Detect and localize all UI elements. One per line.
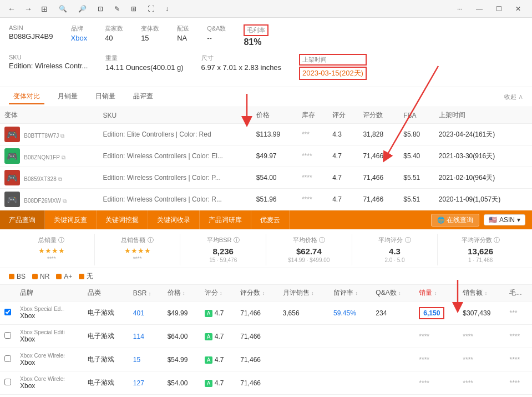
row-price: $64.00 bbox=[163, 325, 200, 348]
tab-daily-sales[interactable]: 日销量 bbox=[91, 89, 120, 104]
weight-group: 重量 14.11 Ounces(400.01 g) bbox=[105, 54, 183, 72]
tab-reviews[interactable]: 品评查 bbox=[129, 89, 158, 104]
fullscreen-button[interactable]: ⛶ bbox=[143, 3, 159, 15]
grid-button[interactable]: ⊞ bbox=[38, 2, 51, 16]
nav-product-word-bank[interactable]: 产品词研库 bbox=[200, 210, 251, 229]
nav-youmai-cloud[interactable]: 优麦云 bbox=[251, 210, 290, 229]
download-button[interactable]: ↓ bbox=[161, 3, 173, 15]
sales-cell: 6,150 bbox=[414, 301, 458, 325]
nav-product-query[interactable]: 产品查询 bbox=[0, 210, 45, 229]
th-review-rate[interactable]: 留评率 ↕ bbox=[329, 285, 371, 301]
nav-keyword-mining[interactable]: 关键词挖掘 bbox=[97, 210, 148, 229]
th-gross[interactable]: 毛... bbox=[505, 285, 532, 301]
row-review-rate bbox=[329, 348, 371, 371]
bsr-link[interactable]: 127 bbox=[133, 379, 144, 387]
zoom-in-button[interactable]: 🔍 bbox=[54, 3, 72, 15]
row-bsr[interactable]: 114 bbox=[129, 325, 163, 348]
tab-monthly-sales[interactable]: 月销量 bbox=[53, 89, 82, 104]
weight-label: 重量 bbox=[105, 54, 183, 62]
collapse-button[interactable]: 收起 ∧ bbox=[504, 93, 523, 101]
row-checkbox[interactable] bbox=[0, 301, 16, 325]
filter-nr[interactable]: NR bbox=[32, 273, 49, 280]
variant-launch-date: 2021-03-30(916天) bbox=[434, 145, 532, 167]
stat-label: 总销量 ⓘ bbox=[13, 236, 90, 244]
product-header: ASIN B088GJR4B9 品牌 Xbox 卖家数 40 变体数 15 配送… bbox=[0, 18, 532, 87]
variant-sku: Edition: Elite Controllers | Color: Red bbox=[98, 124, 251, 145]
variant-stock: **** bbox=[297, 167, 328, 189]
row-bsr[interactable]: 15 bbox=[129, 348, 163, 371]
minimize-button[interactable]: — bbox=[469, 3, 489, 15]
data-table-header-row: 品牌 品类 BSR ↕ 价格 ↕ 评分 ↕ 评分数 ↕ 月评销售 ↕ 留评率 ↕… bbox=[0, 285, 532, 301]
shipping-group: 配送 NA bbox=[177, 24, 189, 42]
sku-group: SKU Edition: Wireless Contr... bbox=[9, 54, 88, 70]
row-bsr[interactable]: 127 bbox=[129, 371, 163, 395]
th-review-count: 评分数 bbox=[358, 107, 399, 124]
row-price: $49.99 bbox=[163, 301, 200, 325]
back-button[interactable]: ← bbox=[4, 2, 19, 16]
variant-count-value: 15 bbox=[141, 34, 159, 42]
th-monthly-review[interactable]: 月评销售 ↕ bbox=[278, 285, 330, 301]
filter-bs[interactable]: BS bbox=[9, 273, 26, 280]
asin-selector[interactable]: 🇺🇸 ASIN ▾ bbox=[484, 214, 525, 225]
th-bsr[interactable]: BSR ↕ bbox=[129, 285, 163, 301]
row-checkbox[interactable] bbox=[0, 348, 16, 371]
th-sales[interactable]: 销量 ↕ bbox=[414, 285, 458, 301]
filter-aplus[interactable]: A+ bbox=[56, 273, 72, 280]
tab-variant-comparison[interactable]: 变体对比 bbox=[9, 89, 44, 104]
row-category: 电子游戏 bbox=[83, 348, 129, 371]
th-price: 价格 bbox=[252, 107, 297, 124]
bsr-link[interactable]: 114 bbox=[133, 333, 144, 340]
th-dt-review-count[interactable]: 评分数 ↕ bbox=[236, 285, 278, 301]
th-revenue[interactable]: 销售额 ↕ bbox=[458, 285, 505, 301]
brand-group: 品牌 Xbox bbox=[71, 24, 88, 42]
stat-value: $62.74 bbox=[271, 247, 347, 256]
row-category: 电子游戏 bbox=[83, 371, 129, 395]
row-brand: Xbox Core Wireless ... Xbox bbox=[16, 371, 83, 395]
row-qa bbox=[371, 325, 414, 348]
view-button[interactable]: ⊡ bbox=[93, 3, 108, 15]
th-dt-price[interactable]: 价格 ↕ bbox=[163, 285, 200, 301]
variant-count-group: 变体数 15 bbox=[141, 24, 159, 42]
bsr-link[interactable]: 15 bbox=[133, 356, 140, 364]
bsr-link[interactable]: 401 bbox=[133, 309, 144, 317]
variants-table: 变体 SKU 价格 库存 评分 评分数 FBA 上架时间 🎮 B0BTTT8W7… bbox=[0, 107, 532, 210]
th-qa[interactable]: Q&A数 ↕ bbox=[371, 285, 414, 301]
layout-button[interactable]: ⊞ bbox=[126, 3, 141, 15]
filter-none[interactable]: 无 bbox=[79, 272, 93, 281]
variant-price: $49.97 bbox=[252, 145, 297, 167]
nav-keyword-reverse[interactable]: 关键词反查 bbox=[45, 210, 97, 229]
stat-label: 平均评分 ⓘ bbox=[357, 236, 433, 244]
brand-value[interactable]: Xbox bbox=[71, 34, 88, 42]
row-bsr[interactable]: 401 bbox=[129, 301, 163, 325]
forward-button[interactable]: → bbox=[21, 2, 36, 16]
row-rating: A 4.7 bbox=[200, 301, 236, 325]
variant-review-count: 71,466 bbox=[358, 167, 399, 189]
variant-fba: $5.40 bbox=[399, 145, 434, 167]
asin-value: B088GJR4B9 bbox=[9, 32, 53, 41]
close-button[interactable]: ✕ bbox=[509, 3, 528, 15]
variant-launch-date: 2021-02-10(964天) bbox=[434, 167, 532, 189]
th-rating: 评分 bbox=[328, 107, 358, 124]
row-rating: A 4.7 bbox=[200, 348, 236, 371]
online-query-button[interactable]: 🌐 在线查询 bbox=[431, 214, 479, 227]
toolbar-actions: 🔍 🔎 ⊡ ✎ ⊞ ⛶ ↓ bbox=[54, 3, 173, 15]
row-checkbox[interactable] bbox=[0, 371, 16, 395]
table-row: Xbox Special Editi... Xbox 电子游戏 114 $64.… bbox=[0, 325, 532, 348]
qa-group: Q&A数 -- bbox=[207, 24, 226, 42]
variant-row: 🎮 B0BTTT8W7J ⧉ Edition: Elite Controller… bbox=[0, 124, 532, 145]
variant-price: $113.99 bbox=[252, 124, 297, 145]
variant-icon-cell: 🎮 B08ZNQN1FP ⧉ bbox=[0, 145, 98, 167]
variant-review-count: 71,466 bbox=[358, 189, 399, 210]
nav-keyword-coverage[interactable]: 关键词收录 bbox=[148, 210, 200, 229]
row-gross: **** bbox=[505, 325, 532, 348]
stat-sub: 1 · 71,466 bbox=[442, 257, 519, 263]
th-dt-rating[interactable]: 评分 ↕ bbox=[200, 285, 236, 301]
row-checkbox[interactable] bbox=[0, 325, 16, 348]
maximize-button[interactable]: ☐ bbox=[489, 3, 509, 15]
zoom-out-button[interactable]: 🔎 bbox=[74, 3, 91, 15]
variant-icon-cell: 🎮 B0BTTT8W7J ⧉ bbox=[0, 124, 98, 145]
row-monthly-review bbox=[278, 325, 330, 348]
more-button[interactable]: ··· bbox=[450, 3, 469, 15]
edit-button[interactable]: ✎ bbox=[110, 3, 124, 15]
filter-row: BS NR A+ 无 bbox=[0, 268, 532, 285]
